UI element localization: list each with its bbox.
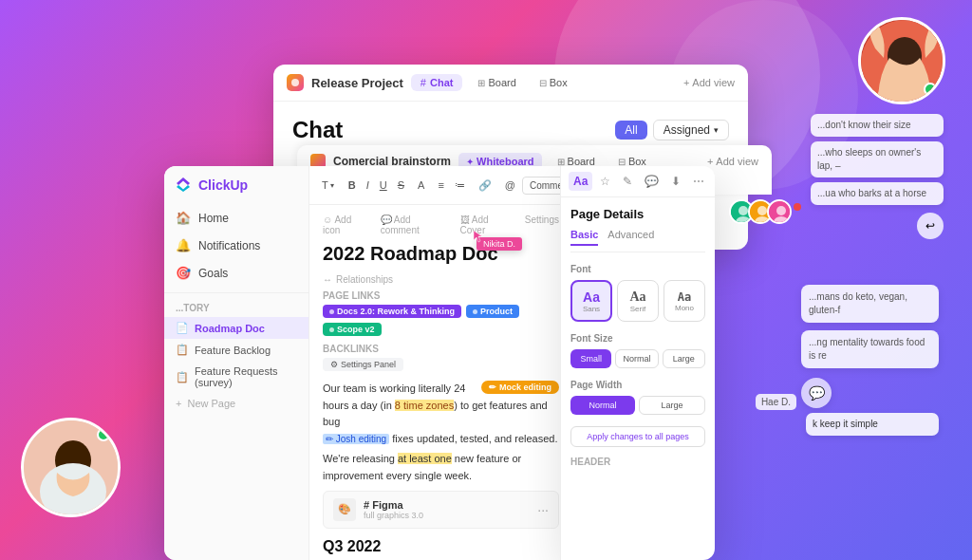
reply-btn[interactable]: ↩ — [917, 213, 944, 239]
panel-edit-btn[interactable]: ✎ — [618, 172, 637, 191]
add-view-btn[interactable]: + Add view — [683, 77, 735, 88]
list-btn[interactable]: ≔ — [451, 177, 469, 195]
clickup-logo-icon — [174, 176, 193, 195]
align-btn[interactable]: ≡ — [434, 177, 447, 194]
online-indicator-left — [97, 428, 110, 441]
sidebar-item-home[interactable]: 🏠 Home — [164, 204, 308, 232]
sidebar-brand: ClickUp — [198, 177, 248, 193]
settings-icon: ⚙ — [330, 360, 338, 369]
doc-icon-requests: 📋 — [176, 371, 189, 383]
at-btn[interactable]: @ — [501, 177, 519, 194]
font-options: Aa Sans Aa Serif Aa Mono — [570, 280, 705, 322]
right-panel: Aa ☆ ✎ 💬 ⬇ ⋯ Page Details Basic Advanced… — [560, 166, 715, 560]
chat-text-2: ...ng mentality towards food is re — [809, 336, 931, 363]
apply-changes-btn[interactable]: Apply changes to all pages — [570, 426, 705, 447]
editor-toolbar: T ▾ B I U S A ≡ ≔ 🔗 @ Comment + Task ···… — [309, 166, 572, 205]
panel-title: Page Details — [570, 207, 705, 221]
release-chat-2: ...who sleeps on owner's lap, – — [811, 141, 944, 177]
relationships-row: ↔ Relationships — [323, 274, 559, 285]
text-btn[interactable]: T ▾ — [317, 177, 339, 194]
doc-icon-active: 📄 — [176, 322, 189, 334]
body-text-2: We're releasing at least one new feature… — [323, 451, 559, 484]
bold-btn[interactable]: B — [345, 177, 360, 194]
chat-header-row: Chat All Assigned ▾ — [292, 117, 729, 143]
chat-tab-active[interactable]: # Chat — [411, 74, 463, 91]
svg-point-10 — [738, 206, 748, 215]
cluster-avatar-3 — [767, 199, 792, 224]
body-text-fixed: fixes updated, tested, and released. — [392, 433, 557, 444]
plus-icon-b: + — [707, 156, 713, 167]
add-comment-btn[interactable]: 💬 Add comment — [381, 215, 449, 235]
panel-star-btn[interactable]: ☆ — [595, 172, 615, 191]
filter-all-btn[interactable]: All — [615, 121, 646, 140]
editor-area: T ▾ B I U S A ≡ ≔ 🔗 @ Comment + Task ···… — [309, 166, 572, 560]
sidebar-doc-backlog[interactable]: 📋 Feature Backlog — [164, 339, 308, 361]
font-size-normal[interactable]: Normal — [615, 349, 658, 368]
add-cover-btn[interactable]: 🖼 Add Cover — [460, 215, 514, 235]
sidebar-doc-requests[interactable]: 📋 Feature Requests (survey) — [164, 361, 308, 393]
cursor-label: Nikita D. — [477, 237, 522, 251]
highlight-at-least: at least one — [398, 453, 452, 464]
keep-simple-text: k keep it simple — [806, 413, 939, 436]
underline-btn[interactable]: U — [376, 177, 391, 194]
color-btn[interactable]: A — [414, 177, 428, 194]
font-size-large[interactable]: Large — [663, 349, 705, 368]
italic-btn[interactable]: I — [363, 177, 373, 194]
sidebar-add-page[interactable]: + New Page — [164, 393, 308, 414]
panel-content: Page Details Basic Advanced Font Aa Sans… — [561, 197, 715, 476]
page-width-large[interactable]: Large — [639, 396, 705, 415]
svg-point-16 — [776, 206, 786, 215]
panel-toolbar: Aa ☆ ✎ 💬 ⬇ ⋯ — [561, 166, 715, 197]
sidebar-section: ...tory — [164, 299, 308, 317]
settings-btn[interactable]: Settings — [525, 215, 559, 235]
font-size-small[interactable]: Small — [570, 349, 611, 368]
figma-card: 🎨 # Figma full graphics 3.0 ··· — [323, 491, 559, 529]
figma-logo-icon: 🎨 — [333, 498, 356, 521]
sidebar-doc-roadmap[interactable]: 📄 Roadmap Doc — [164, 317, 308, 339]
font-option-mono[interactable]: Aa Mono — [664, 280, 705, 322]
sidebar-item-notifications[interactable]: 🔔 Notifications — [164, 232, 308, 259]
sidebar-logo-area: ClickUp — [164, 176, 308, 204]
reply-icon: ↩ — [925, 219, 935, 233]
haed-label: Hae D. — [756, 394, 796, 410]
project-icon-svg — [290, 78, 300, 87]
board-tab[interactable]: ⊞ Board — [470, 74, 523, 91]
page-width-options: Normal Large — [570, 396, 705, 415]
figma-more-btn[interactable]: ··· — [537, 502, 549, 517]
box-icon-b: ⊟ — [618, 157, 626, 167]
panel-tab-advanced[interactable]: Advanced — [608, 229, 654, 246]
box-tab-label: Box — [550, 77, 568, 88]
filter-assigned-dropdown[interactable]: Assigned ▾ — [653, 120, 729, 140]
body-section: ✏ Mock editing Our team is working liter… — [323, 381, 559, 485]
figma-info: # Figma full graphics 3.0 — [364, 499, 423, 520]
chevron-text: ▾ — [330, 181, 334, 190]
online-indicator-right — [924, 83, 937, 96]
aa-btn[interactable]: Aa — [569, 172, 592, 191]
page-width-normal[interactable]: Normal — [570, 396, 635, 415]
dot-purple — [329, 309, 334, 314]
chat-input-bubble[interactable]: 💬 — [801, 378, 832, 408]
home-icon: 🏠 — [176, 211, 191, 225]
font-option-serif[interactable]: Aa Serif — [617, 280, 659, 322]
chevron-down-icon: ▾ — [714, 125, 719, 135]
backlinks-label: BACKLINKS — [323, 344, 559, 354]
panel-download-btn[interactable]: ⬇ — [666, 172, 685, 191]
panel-tab-basic[interactable]: Basic — [570, 229, 598, 246]
strikethrough-btn[interactable]: S — [394, 177, 408, 194]
add-icon-btn[interactable]: ☺ Add icon — [323, 215, 369, 235]
panel-chat-btn[interactable]: 💬 — [640, 172, 664, 191]
sidebar-divider — [164, 292, 308, 293]
page-links-label: PAGE LINKS — [323, 290, 559, 301]
link-tag-product[interactable]: Product — [466, 305, 519, 318]
link-btn[interactable]: 🔗 — [475, 177, 495, 195]
box-tab[interactable]: ⊟ Box — [532, 74, 575, 91]
link-tag-scope[interactable]: Scope v2 — [323, 323, 382, 336]
sidebar-item-goals[interactable]: 🎯 Goals — [164, 259, 308, 287]
release-chat-1: ...don't know their size — [811, 114, 944, 137]
panel-more-btn[interactable]: ⋯ — [688, 172, 709, 191]
font-option-sans[interactable]: Aa Sans — [570, 280, 612, 322]
link-tag-docs[interactable]: Docs 2.0: Rework & Thinking — [323, 305, 461, 318]
section-q3: Q3 2022 — [323, 538, 559, 555]
board-icon: ⊞ — [477, 78, 485, 88]
brainstorm-add-view[interactable]: + Add view — [707, 156, 758, 167]
